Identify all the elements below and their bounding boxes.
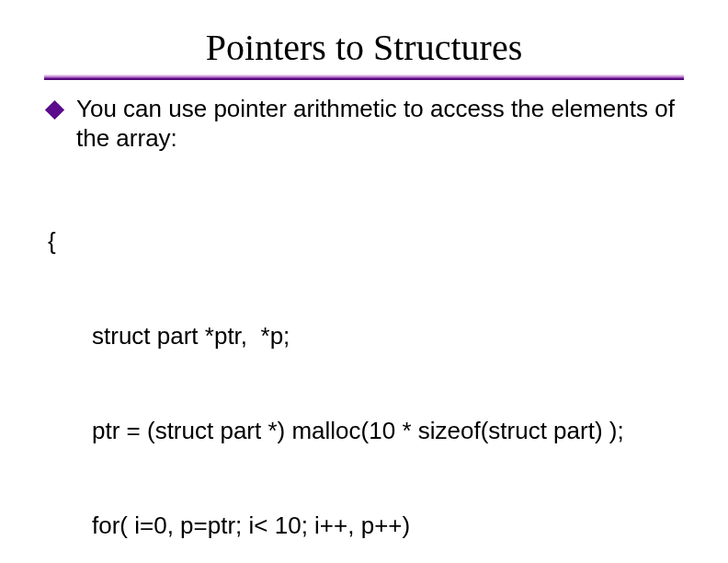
bullet-item: You can use pointer arithmetic to access…: [48, 95, 684, 153]
diamond-bullet-icon: [45, 100, 64, 120]
slide-title: Pointers to Structures: [44, 26, 684, 69]
code-line: ptr = (struct part *) malloc(10 * sizeof…: [48, 415, 684, 446]
code-line: {: [48, 225, 684, 257]
code-line: struct part *ptr, *p;: [48, 320, 684, 351]
bullet-text: You can use pointer arithmetic to access…: [76, 95, 684, 153]
code-block: { struct part *ptr, *p; ptr = (struct pa…: [48, 162, 684, 563]
code-line: for( i=0, p=ptr; i< 10; i++, p++): [48, 510, 684, 541]
title-underline: [44, 75, 684, 80]
slide: Pointers to Structures You can use point…: [0, 0, 728, 563]
